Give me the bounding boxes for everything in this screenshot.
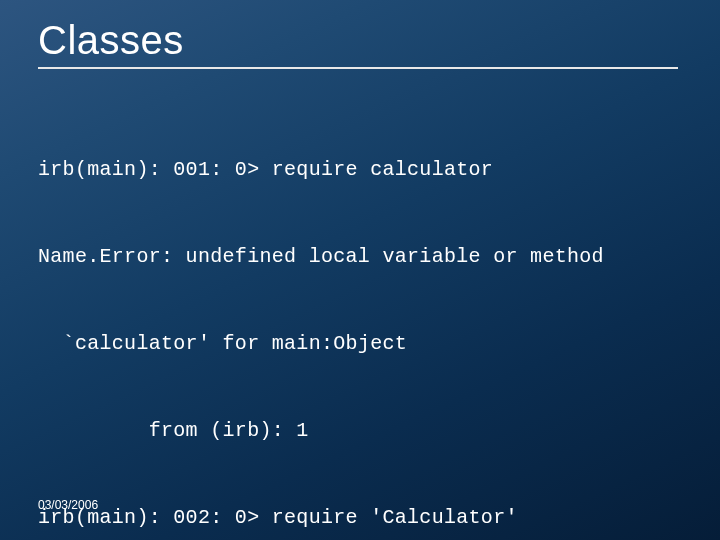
code-block: irb(main): 001: 0> require calculator Na… bbox=[38, 97, 682, 540]
code-line: irb(main): 002: 0> require 'Calculator' bbox=[38, 503, 682, 532]
slide-title: Classes bbox=[38, 18, 682, 63]
slide: Classes irb(main): 001: 0> require calcu… bbox=[0, 0, 720, 540]
footer-date: 03/03/2006 bbox=[38, 498, 98, 512]
title-underline bbox=[38, 67, 678, 69]
code-line: Name.Error: undefined local variable or … bbox=[38, 242, 682, 271]
code-line: from (irb): 1 bbox=[38, 416, 682, 445]
code-line: irb(main): 001: 0> require calculator bbox=[38, 155, 682, 184]
code-line: `calculator' for main:Object bbox=[38, 329, 682, 358]
